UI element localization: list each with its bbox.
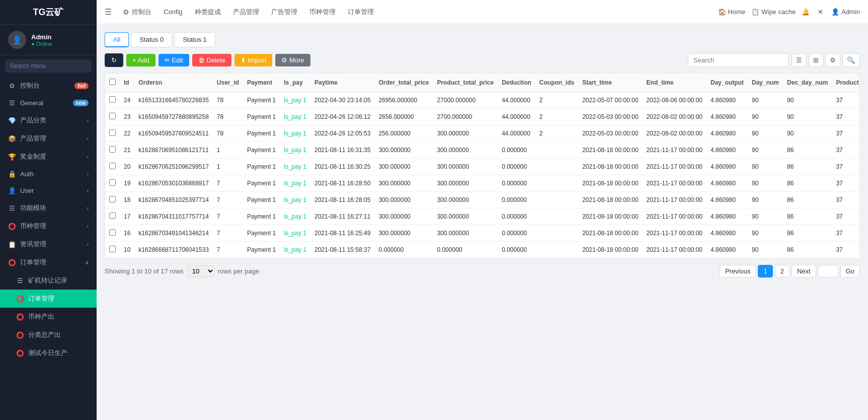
refresh-button[interactable]: ↻ xyxy=(105,53,123,67)
hot-badge: hot xyxy=(74,83,89,89)
topnav-category[interactable]: 种类提成 xyxy=(190,5,226,20)
settings-button[interactable]: ⚙ xyxy=(825,53,840,67)
sidebar-item-reward[interactable]: 🏆 奖金制度 › xyxy=(0,148,97,166)
cell-paytime: 2021-08-11 16:28:50 xyxy=(310,175,374,192)
cell-user-id: 7 xyxy=(213,192,243,208)
page-1-button[interactable]: 1 xyxy=(758,265,772,277)
cell-start-time: 2021-08-18 00:00:00 xyxy=(578,175,642,192)
topnav-admin[interactable]: 👤 Admin xyxy=(831,8,860,16)
cell-day-output: 4.860980 xyxy=(706,192,748,208)
row-checkbox[interactable] xyxy=(109,146,116,153)
cell-product-total-price: 2700.000000 xyxy=(433,109,498,125)
topnav-coin[interactable]: 币种管理 xyxy=(304,5,341,20)
add-button[interactable]: + Add xyxy=(126,54,155,66)
th-end-time: End_time xyxy=(643,74,706,92)
close-icon: ✕ xyxy=(818,8,823,16)
tab-status1[interactable]: Status 1 xyxy=(174,32,215,47)
sidebar-item-order-group[interactable]: ⭕ 订单管理 ∨ xyxy=(0,253,97,271)
sidebar-item-auth[interactable]: 🔒 Auth › xyxy=(0,166,97,182)
cell-paytime: 2021-08-11 16:25:49 xyxy=(310,225,374,242)
edit-button[interactable]: ✏ Edit xyxy=(159,54,189,66)
row-checkbox[interactable] xyxy=(109,196,116,202)
topnav-product-label: 产品管理 xyxy=(233,8,259,17)
pagination-bar: Showing 1 to 10 of 17 rows 10 20 50 100 … xyxy=(105,265,860,277)
row-checkbox[interactable] xyxy=(109,229,116,236)
sidebar-item-user[interactable]: 👤 User › xyxy=(0,182,97,199)
topnav-ads-label: 广告管理 xyxy=(271,8,297,17)
cell-day-output: 4.860980 xyxy=(706,242,748,258)
hamburger-icon[interactable]: ☰ xyxy=(105,7,112,17)
rows-per-page-select[interactable]: 10 20 50 100 xyxy=(187,265,215,277)
cell-product-total-price: 0.000000 xyxy=(433,242,498,258)
page-2-button[interactable]: 2 xyxy=(775,265,790,277)
topnav-close[interactable]: ✕ xyxy=(818,8,825,16)
sidebar-item-test-today[interactable]: ⭕ 测试今日生产 xyxy=(0,344,97,362)
admin-avatar-icon: 👤 xyxy=(831,8,839,16)
order-icon: ⭕ xyxy=(16,295,24,303)
filter-button[interactable]: 🔍 xyxy=(842,53,860,67)
sidebar-item-label: General xyxy=(20,99,43,107)
cell-user-id: 1 xyxy=(213,159,243,175)
select-all-checkbox[interactable] xyxy=(109,79,116,85)
sidebar: TG云矿 👤 Admin ● Online ⚙ 控制台 hot ☰ Genera… xyxy=(0,0,97,420)
row-checkbox[interactable] xyxy=(109,96,116,103)
cell-product-id: 37 xyxy=(832,125,860,142)
sidebar-item-info-mgmt[interactable]: 📋 资讯管理 › xyxy=(0,235,97,253)
row-checkbox[interactable] xyxy=(109,246,116,252)
sidebar-item-product-category[interactable]: 💎 产品分类 › xyxy=(0,111,97,129)
page-goto-input[interactable] xyxy=(818,265,838,277)
topnav-wipe-cache[interactable]: 📋 Wipe cache xyxy=(751,8,796,16)
next-button[interactable]: Next xyxy=(792,265,816,277)
go-button[interactable]: Go xyxy=(840,265,860,277)
cell-dec-day-num: 86 xyxy=(783,208,832,225)
topnav-ads[interactable]: 广告管理 xyxy=(266,5,302,20)
cell-payment: Payment 1 xyxy=(243,225,280,242)
grid-view-button[interactable]: ⊞ xyxy=(809,53,823,67)
cell-end-time: 2021-11-17 00:00:00 xyxy=(643,208,706,225)
row-checkbox[interactable] xyxy=(109,113,116,119)
cell-dec-day-num: 86 xyxy=(783,159,832,175)
sidebar-item-category-output[interactable]: ⭕ 分类总产出 xyxy=(0,326,97,344)
sidebar-item-dashboard[interactable]: ⚙ 控制台 hot xyxy=(0,77,97,95)
sidebar-item-general[interactable]: ☰ General new xyxy=(0,95,97,111)
row-checkbox[interactable] xyxy=(109,213,116,219)
cell-product-total-price: 300.000000 xyxy=(433,208,498,225)
sidebar-item-function-module[interactable]: ☰ 功能模块 › xyxy=(0,199,97,217)
sidebar-item-coin-mgmt[interactable]: ⭕ 币种管理 › xyxy=(0,217,97,235)
new-badge: new xyxy=(73,100,89,106)
table-row: 16 k16286703491041346214 7 Payment 1 ls_… xyxy=(105,225,860,242)
sidebar-item-coin-output[interactable]: ⭕ 币种产出 xyxy=(0,308,97,326)
cell-payment: Payment 1 xyxy=(243,242,280,258)
topnav-bell[interactable]: 🔔 xyxy=(802,8,812,16)
topnav-order[interactable]: 订单管理 xyxy=(343,5,379,20)
cell-day-output: 4.860980 xyxy=(706,225,748,242)
cell-day-num: 90 xyxy=(748,175,783,192)
sidebar-item-product-mgmt[interactable]: 📦 产品管理 › xyxy=(0,129,97,148)
tab-status0[interactable]: Status 0 xyxy=(131,32,172,47)
table-search-input[interactable] xyxy=(688,53,788,67)
topnav-dashboard[interactable]: ⚙ 控制台 xyxy=(118,5,156,20)
th-payment: Payment xyxy=(243,74,280,92)
delete-button[interactable]: 🗑 Delete xyxy=(192,54,231,66)
row-checkbox[interactable] xyxy=(109,179,116,186)
sidebar-item-miner-transfer[interactable]: ☰ 矿机转让记录 xyxy=(0,271,97,290)
row-checkbox[interactable] xyxy=(109,163,116,169)
content-area: All Status 0 Status 1 ↻ + Add ✏ Edit 🗑 D… xyxy=(97,24,868,420)
th-start-time: Start_time xyxy=(578,74,642,92)
import-button[interactable]: ⬆ Import xyxy=(234,54,272,66)
topnav-order-label: 订单管理 xyxy=(348,8,374,17)
topnav-home[interactable]: 🏠 Home xyxy=(718,8,746,16)
list-view-button[interactable]: ☰ xyxy=(792,53,807,67)
row-checkbox[interactable] xyxy=(109,129,116,136)
previous-button[interactable]: Previous xyxy=(720,265,756,277)
search-input[interactable] xyxy=(5,59,92,73)
cell-paytime: 2022-04-30 23:14:05 xyxy=(310,92,374,109)
topnav-config[interactable]: Config xyxy=(159,5,188,19)
home-icon: 🏠 xyxy=(718,8,726,16)
sidebar-item-order-mgmt[interactable]: ⭕ 订单管理 xyxy=(0,290,97,308)
tab-all[interactable]: All xyxy=(105,32,129,47)
more-button[interactable]: ⚙ More xyxy=(275,54,310,66)
topnav-product[interactable]: 产品管理 xyxy=(228,5,264,20)
th-deduction: Deduction xyxy=(498,74,535,92)
chevron-down-icon: ∨ xyxy=(85,260,89,265)
